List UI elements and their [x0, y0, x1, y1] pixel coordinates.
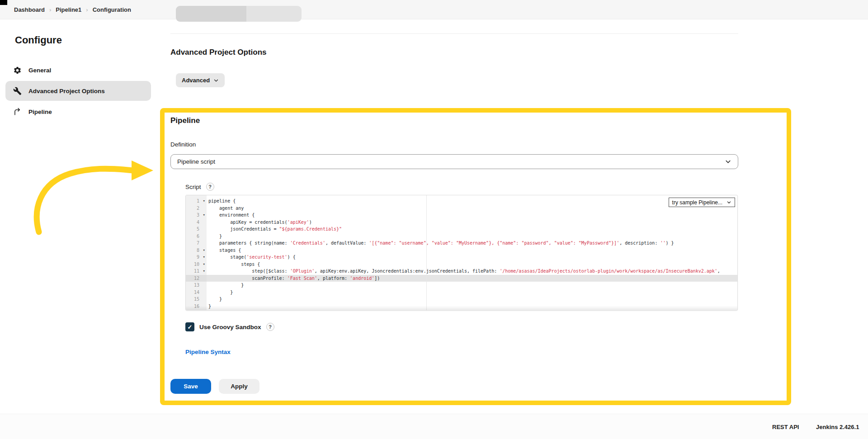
- code-string: 'apiKey': [288, 220, 309, 225]
- apply-button[interactable]: Apply: [219, 379, 259, 394]
- code-string: '/home/asasas/IdeaProjects/ostorlab-plug…: [500, 269, 717, 274]
- pipeline-section-highlight: Pipeline Definition Pipeline script Scri…: [160, 108, 791, 405]
- sidebar-item-general[interactable]: General: [5, 60, 151, 80]
- code-text: stages {: [208, 248, 241, 253]
- sample-pipeline-select[interactable]: try sample Pipeline...: [669, 198, 735, 207]
- code-text: , apiKey:env.apiKey, Jsoncredentials:env…: [315, 269, 500, 274]
- code-string: 'OPlugin': [290, 269, 315, 274]
- jenkins-configure-page: Dashboard › Pipeline1 › Configuration Co…: [0, 0, 868, 439]
- code-text: , defaultValue:: [326, 241, 369, 245]
- code-text: }: [208, 297, 222, 302]
- print-margin-line: [426, 195, 427, 310]
- code-string: 'Fast Scan': [288, 276, 317, 281]
- fold-toggle-icon[interactable]: ▾: [203, 268, 205, 275]
- code-line-1[interactable]: pipeline {: [207, 198, 737, 205]
- gutter-line-5[interactable]: 5: [186, 226, 207, 233]
- breadcrumb-separator-icon: ›: [49, 6, 51, 13]
- gutter-line-7[interactable]: 7: [186, 240, 207, 247]
- advanced-project-options-heading: Advanced Project Options: [170, 48, 267, 57]
- script-help-button[interactable]: ?: [206, 183, 214, 191]
- gutter-line-8[interactable]: 8▾: [186, 247, 207, 254]
- line-number: 11: [194, 269, 199, 274]
- gutter-line-4[interactable]: 4: [186, 219, 207, 226]
- fold-toggle-icon[interactable]: ▾: [203, 261, 205, 268]
- rest-api-link[interactable]: REST API: [772, 423, 799, 430]
- definition-label: Definition: [170, 141, 196, 148]
- code-text: }: [208, 283, 244, 288]
- fold-toggle-icon[interactable]: ▾: [203, 254, 205, 261]
- gear-icon: [13, 66, 22, 75]
- gutter-line-9[interactable]: 9▾: [186, 254, 207, 261]
- gutter-line-6[interactable]: 6: [186, 233, 207, 240]
- gutter-line-12[interactable]: 12: [186, 275, 207, 282]
- code-text: ) }: [665, 241, 674, 245]
- script-row: Script ?: [185, 183, 214, 191]
- section-divider: [170, 33, 738, 34]
- code-string: "${params.Credentials}": [279, 227, 342, 231]
- pipeline-icon: [13, 107, 22, 116]
- gutter-line-1[interactable]: 1▾: [186, 198, 207, 205]
- code-line-11[interactable]: step([$class: 'OPlugin', apiKey:env.apiK…: [207, 268, 737, 275]
- fold-toggle-icon[interactable]: ▾: [203, 247, 205, 254]
- obscured-scrolled-element: [176, 6, 302, 22]
- sidebar-item-advanced-project-options[interactable]: Advanced Project Options: [5, 81, 151, 101]
- code-line-14[interactable]: }: [207, 289, 737, 296]
- definition-select[interactable]: Pipeline script: [170, 154, 738, 169]
- gutter-line-13[interactable]: 13: [186, 282, 207, 289]
- code-line-2[interactable]: agent any: [207, 205, 737, 212]
- breadcrumb-item-pipeline1[interactable]: Pipeline1: [56, 6, 81, 13]
- code-text: scanProfile:: [208, 276, 288, 281]
- code-text: , description:: [619, 241, 660, 245]
- line-number: 8: [197, 248, 199, 253]
- save-button[interactable]: Save: [170, 379, 211, 394]
- code-text: environment {: [208, 212, 255, 217]
- code-line-3[interactable]: environment {: [207, 212, 737, 219]
- gutter-line-11[interactable]: 11▾: [186, 268, 207, 275]
- breadcrumb-item-dashboard[interactable]: Dashboard: [14, 6, 45, 13]
- code-text: }: [208, 290, 233, 295]
- code-line-8[interactable]: stages {: [207, 247, 737, 254]
- editor-code[interactable]: pipeline { agent any environment { apiKe…: [207, 195, 737, 310]
- sidebar-item-label: General: [28, 67, 51, 74]
- code-text: ) {: [288, 255, 296, 260]
- jenkins-version: Jenkins 2.426.1: [816, 423, 859, 430]
- code-text: stage(: [208, 255, 246, 260]
- gutter-line-10[interactable]: 10▾: [186, 261, 207, 268]
- code-line-9[interactable]: stage('security-test') {: [207, 254, 737, 261]
- line-number: 10: [194, 262, 199, 267]
- code-line-5[interactable]: jsonCredentials = "${params.Credentials}…: [207, 226, 737, 233]
- chevron-down-icon: [213, 78, 219, 83]
- code-text: ): [309, 220, 312, 225]
- chevron-down-icon: [725, 158, 731, 165]
- sidebar-item-pipeline[interactable]: Pipeline: [5, 102, 151, 122]
- code-text: agent any: [208, 206, 244, 211]
- breadcrumb-separator-icon: ›: [86, 6, 88, 13]
- footer: REST API Jenkins 2.426.1: [0, 414, 868, 439]
- gutter-line-14[interactable]: 14: [186, 289, 207, 296]
- code-line-15[interactable]: }: [207, 296, 737, 303]
- code-line-4[interactable]: apiKey = credentials('apiKey'): [207, 219, 737, 226]
- use-groovy-sandbox-checkbox[interactable]: ✓: [185, 322, 194, 331]
- line-number: 6: [197, 234, 199, 239]
- code-line-10[interactable]: steps {: [207, 261, 737, 268]
- pipeline-syntax-link[interactable]: Pipeline Syntax: [185, 349, 231, 355]
- gutter-line-2[interactable]: 2: [186, 205, 207, 212]
- pipeline-script-editor[interactable]: 1▾23▾45678▾9▾10▾11▾1213141516 pipeline {…: [185, 195, 738, 311]
- sandbox-help-button[interactable]: ?: [266, 323, 274, 331]
- code-line-13[interactable]: }: [207, 282, 737, 289]
- code-text: parameters { string(name:: [208, 241, 290, 245]
- line-number: 12: [194, 276, 199, 281]
- breadcrumb: Dashboard › Pipeline1 › Configuration: [0, 0, 868, 19]
- line-number: 5: [197, 227, 199, 231]
- breadcrumb-item-configuration[interactable]: Configuration: [93, 6, 131, 13]
- code-line-6[interactable]: }: [207, 233, 737, 240]
- code-line-7[interactable]: parameters { string(name: 'Credentials',…: [207, 240, 737, 247]
- advanced-button[interactable]: Advanced: [176, 73, 225, 87]
- code-line-12[interactable]: scanProfile: 'Fast Scan', platform: 'and…: [207, 275, 737, 282]
- gutter-line-15[interactable]: 15: [186, 296, 207, 303]
- fold-toggle-icon[interactable]: ▾: [203, 198, 205, 205]
- code-string: '': [660, 241, 665, 245]
- chevron-down-icon: [726, 200, 731, 205]
- fold-toggle-icon[interactable]: ▾: [203, 212, 205, 219]
- gutter-line-3[interactable]: 3▾: [186, 212, 207, 219]
